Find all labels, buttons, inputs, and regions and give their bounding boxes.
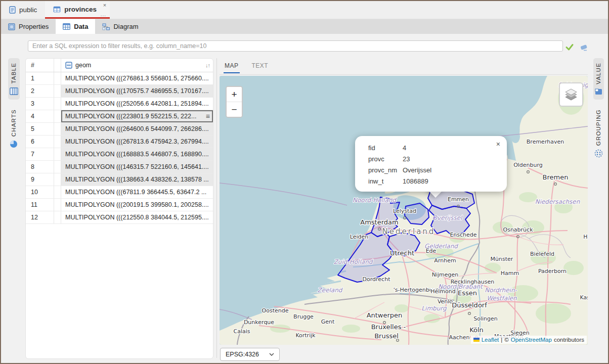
row-number[interactable]: 12 (26, 211, 54, 223)
geom-cell[interactable]: MULTIPOLYGON (((170575.7 486955.5, 17016… (61, 85, 213, 97)
table-row[interactable]: 10MULTIPOLYGON (((67811.9 366445.5, 6364… (26, 186, 213, 199)
tab-text[interactable]: TEXT (251, 60, 270, 73)
map-label: Aachen (449, 334, 469, 341)
table-row[interactable]: 2MULTIPOLYGON (((170575.7 486955.5, 1701… (26, 85, 213, 98)
map-label: Lelystad (393, 208, 416, 214)
row-number[interactable]: 5 (26, 123, 54, 135)
map-label: Leiden (350, 234, 369, 240)
map-label: Enschede (450, 232, 476, 238)
rail-item-grouping[interactable]: GROUPING (593, 105, 604, 162)
map-label: Düsseldorf (452, 301, 487, 309)
map-layers-button[interactable] (559, 82, 583, 107)
geom-cell[interactable]: MULTIPOLYGON (((138663.4 438326.2, 13857… (61, 173, 213, 186)
geom-cell[interactable]: MULTIPOLYGON (((267813.6 475942.3, 26799… (61, 135, 213, 148)
row-number[interactable]: 6 (26, 135, 54, 148)
map-label: Dunkerque (244, 319, 274, 326)
tab-overflow-icon[interactable]: ... (101, 12, 106, 17)
popup-field-key: provc_nm (368, 166, 403, 174)
table-row[interactable]: 7MULTIPOLYGON (((168883.5 446807.5, 1688… (26, 148, 213, 161)
close-tab-icon[interactable]: × (103, 2, 106, 8)
editor-tab-bar: public provinces × ... (1, 1, 608, 19)
table-row[interactable]: 4MULTIPOLYGON (((223801.9 552215.5, 222.… (26, 110, 213, 123)
tab-diagram[interactable]: Diagram (95, 19, 145, 34)
map-label: Kassel (580, 294, 588, 301)
sql-filter-input[interactable] (28, 40, 563, 52)
zoom-out-button[interactable]: − (227, 102, 242, 117)
grid-spacer-cell (54, 173, 61, 186)
rail-item-table[interactable]: TABLE (8, 58, 20, 100)
layers-icon (564, 88, 578, 101)
geom-cell[interactable]: MULTIPOLYGON (((67811.9 366445.5, 63647.… (61, 186, 213, 198)
table-row[interactable]: 6MULTIPOLYGON (((267813.6 475942.3, 2679… (26, 135, 213, 148)
geom-cell[interactable]: MULTIPOLYGON (((212550.8 384044.5, 21259… (61, 211, 213, 223)
map-label: Emmen (448, 196, 469, 203)
tab-public[interactable]: public (1, 1, 45, 19)
tab-data[interactable]: Data (56, 19, 95, 34)
table-row[interactable]: 5MULTIPOLYGON (((264600.6 544099.7, 2662… (26, 123, 213, 135)
geom-cell[interactable]: MULTIPOLYGON (((146315.7 522160.6, 14564… (61, 161, 213, 173)
openstreetmap-link[interactable]: OpenStreetMap (511, 337, 552, 343)
map-attribution: Leaflet | © OpenStreetMap contributors (471, 336, 587, 344)
geom-cell[interactable]: MULTIPOLYGON (((200191.5 399580.1, 20025… (61, 199, 213, 211)
row-number[interactable]: 4 (26, 110, 54, 122)
zoom-in-button[interactable]: + (227, 87, 242, 102)
popup-field-key: provc (368, 155, 403, 163)
left-presentation-rail: TABLE CHARTS (3, 58, 24, 153)
row-number[interactable]: 2 (26, 85, 54, 97)
rail-item-charts[interactable]: CHARTS (8, 105, 19, 153)
table-row[interactable]: 12MULTIPOLYGON (((212550.8 384044.5, 212… (26, 211, 213, 224)
crs-selector[interactable]: EPSG:4326 (220, 348, 280, 361)
table-grid-icon (10, 87, 18, 95)
attribution-separator: | (501, 337, 502, 343)
tab-data-label: Data (74, 23, 88, 30)
map-label: Niedersachsen (535, 198, 580, 205)
leaflet-link[interactable]: Leaflet (482, 337, 499, 343)
geom-cell[interactable]: MULTIPOLYGON (((223801.9 552215.5, 222..… (61, 110, 213, 122)
copyright-symbol: © (504, 337, 508, 343)
cell-menu-icon[interactable]: ≡ (206, 113, 210, 120)
tab-public-label: public (19, 6, 37, 14)
map-label: Bielefeld (530, 251, 554, 257)
map-label: Bruxelles - (371, 323, 406, 331)
table-row[interactable]: 8MULTIPOLYGON (((146315.7 522160.6, 1456… (26, 161, 213, 173)
geom-cell[interactable]: MULTIPOLYGON (((168883.5 446807.5, 16889… (61, 148, 213, 160)
popup-field-value: 4 (403, 144, 499, 152)
map-label: Calais (233, 328, 250, 335)
row-number[interactable]: 11 (26, 199, 54, 211)
row-number[interactable]: 1 (26, 72, 54, 84)
row-number-column-header[interactable]: # (26, 59, 54, 72)
leaflet-map[interactable]: Noord-HollandAmsterdamLelystadLeidenNede… (220, 76, 588, 345)
tab-provinces[interactable]: provinces × ... (45, 1, 110, 19)
table-row[interactable]: 3MULTIPOLYGON (((252056.6 442081.1, 2518… (26, 98, 213, 110)
geom-column-header[interactable]: geom ↓↑ (61, 59, 213, 72)
popup-close-icon[interactable]: × (496, 141, 500, 148)
panel-splitter[interactable] (216, 58, 217, 358)
geom-cell[interactable]: MULTIPOLYGON (((276861.3 556801.5, 27566… (61, 72, 213, 84)
grid-spacer-column (54, 59, 61, 72)
value-panel-icon (595, 88, 602, 95)
row-number[interactable]: 7 (26, 148, 54, 160)
tab-map[interactable]: MAP (224, 60, 240, 73)
map-label: Zeeland (318, 287, 343, 294)
grid-rows-container: 1MULTIPOLYGON (((276861.3 556801.5, 2756… (26, 72, 213, 224)
map-label: Nederland (382, 227, 436, 236)
table-row[interactable]: 11MULTIPOLYGON (((200191.5 399580.1, 200… (26, 199, 213, 211)
table-row[interactable]: 1MULTIPOLYGON (((276861.3 556801.5, 2756… (26, 72, 213, 85)
row-number[interactable]: 8 (26, 161, 54, 173)
rail-item-value[interactable]: VALUE (593, 58, 604, 100)
tab-properties[interactable]: Properties (1, 19, 56, 34)
row-number[interactable]: 9 (26, 173, 54, 186)
apply-filter-check-icon[interactable] (565, 42, 574, 52)
clear-filter-eraser-icon[interactable] (579, 42, 588, 52)
jade-bay (511, 130, 520, 143)
popup-field-value: 23 (403, 155, 499, 163)
table-row[interactable]: 9MULTIPOLYGON (((138663.4 438326.2, 1385… (26, 173, 213, 186)
geom-cell[interactable]: MULTIPOLYGON (((252056.6 442081.1, 25189… (61, 98, 213, 110)
grid-spacer-cell (54, 85, 61, 97)
grid-header-row: # geom ↓↑ (26, 59, 213, 72)
sort-order-icon[interactable]: ↓↑ (205, 62, 210, 68)
ukraine-flag-icon (473, 338, 480, 342)
row-number[interactable]: 10 (26, 186, 54, 198)
row-number[interactable]: 3 (26, 98, 54, 110)
geom-cell[interactable]: MULTIPOLYGON (((264600.6 544099.7, 26628… (61, 123, 213, 135)
